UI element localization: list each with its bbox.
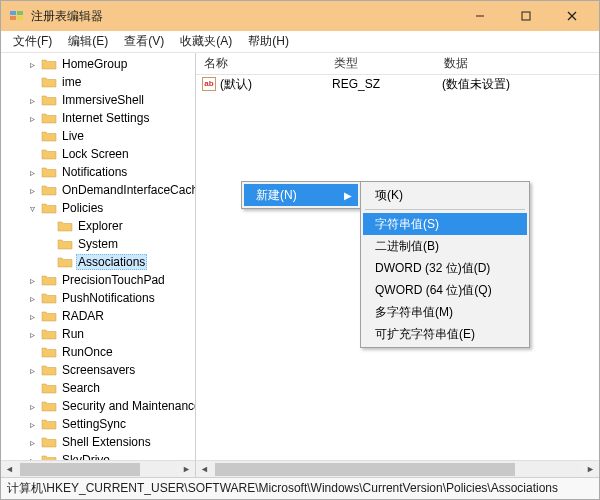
menu-view[interactable]: 查看(V) (116, 31, 172, 52)
menu-help[interactable]: 帮助(H) (240, 31, 297, 52)
folder-icon (41, 291, 57, 305)
menu-edit[interactable]: 编辑(E) (60, 31, 116, 52)
tree-node[interactable]: ▹Run (1, 325, 196, 343)
folder-icon (41, 417, 57, 431)
tree-view[interactable]: ▹HomeGroupime▹ImmersiveShell▹Internet Se… (1, 53, 196, 477)
expand-toggle-icon[interactable]: ▿ (25, 203, 39, 214)
folder-icon (41, 363, 57, 377)
tree-node[interactable]: ▹ImmersiveShell (1, 91, 196, 109)
tree-node-label: Live (60, 129, 86, 143)
tree-node[interactable]: ▹OnDemandInterfaceCache (1, 181, 196, 199)
window-title: 注册表编辑器 (31, 8, 457, 25)
context-new-multistring[interactable]: 多字符串值(M) (363, 301, 527, 323)
scroll-left-button[interactable]: ◄ (196, 461, 213, 478)
expand-toggle-icon[interactable]: ▹ (25, 59, 39, 70)
tree-node[interactable]: ▹Screensavers (1, 361, 196, 379)
list-row[interactable]: ab (默认) REG_SZ (数值未设置) (196, 75, 599, 93)
expand-toggle-icon[interactable]: ▹ (25, 167, 39, 178)
status-bar: 计算机\HKEY_CURRENT_USER\SOFTWARE\Microsoft… (1, 477, 599, 499)
tree-node-label: Run (60, 327, 86, 341)
tree-node-label: Screensavers (60, 363, 137, 377)
menu-bar: 文件(F) 编辑(E) 查看(V) 收藏夹(A) 帮助(H) (1, 31, 599, 53)
expand-toggle-icon[interactable]: ▹ (25, 419, 39, 430)
folder-icon (41, 201, 57, 215)
context-new[interactable]: 新建(N) ▶ (244, 184, 358, 206)
tree-node[interactable]: ▹Security and Maintenance (1, 397, 196, 415)
folder-icon (41, 57, 57, 71)
context-menu: 新建(N) ▶ (241, 181, 361, 209)
tree-node-label: Search (60, 381, 102, 395)
svg-rect-0 (10, 11, 16, 15)
context-new-dword[interactable]: DWORD (32 位)值(D) (363, 257, 527, 279)
column-name[interactable]: 名称 (196, 55, 326, 72)
expand-toggle-icon[interactable]: ▹ (25, 113, 39, 124)
tree-scrollbar[interactable] (18, 461, 178, 478)
folder-icon (57, 219, 73, 233)
expand-toggle-icon[interactable]: ▹ (25, 365, 39, 376)
scroll-right-button[interactable]: ► (582, 461, 599, 478)
folder-icon (41, 327, 57, 341)
context-new-qword[interactable]: QWORD (64 位)值(Q) (363, 279, 527, 301)
status-path: 计算机\HKEY_CURRENT_USER\SOFTWARE\Microsoft… (7, 480, 558, 497)
expand-toggle-icon[interactable]: ▹ (25, 95, 39, 106)
menu-favorites[interactable]: 收藏夹(A) (172, 31, 240, 52)
column-type[interactable]: 类型 (326, 55, 436, 72)
maximize-button[interactable] (503, 1, 549, 31)
expand-toggle-icon[interactable]: ▹ (25, 329, 39, 340)
minimize-button[interactable] (457, 1, 503, 31)
tree-node[interactable]: Associations (1, 253, 196, 271)
context-new-binary[interactable]: 二进制值(B) (363, 235, 527, 257)
expand-toggle-icon[interactable]: ▹ (25, 401, 39, 412)
tree-node-label: System (76, 237, 120, 251)
context-new-expandstring[interactable]: 可扩充字符串值(E) (363, 323, 527, 345)
tree-node[interactable]: ▹RADAR (1, 307, 196, 325)
tree-node-label: Explorer (76, 219, 125, 233)
folder-icon (57, 255, 73, 269)
folder-icon (41, 309, 57, 323)
expand-toggle-icon[interactable]: ▹ (25, 275, 39, 286)
expand-toggle-icon[interactable]: ▹ (25, 437, 39, 448)
expand-toggle-icon[interactable]: ▹ (25, 311, 39, 322)
tree-node-label: ime (60, 75, 83, 89)
svg-rect-2 (10, 16, 16, 20)
context-new-string[interactable]: 字符串值(S) (363, 213, 527, 235)
scroll-right-button[interactable]: ► (178, 461, 195, 478)
close-button[interactable] (549, 1, 595, 31)
column-data[interactable]: 数据 (436, 55, 477, 72)
tree-node[interactable]: ▹Internet Settings (1, 109, 196, 127)
tree-node[interactable]: ▹PrecisionTouchPad (1, 271, 196, 289)
tree-node[interactable]: ▹Notifications (1, 163, 196, 181)
scroll-left-button[interactable]: ◄ (1, 461, 18, 478)
tree-node[interactable]: Live (1, 127, 196, 145)
context-new-label: 新建(N) (256, 187, 297, 204)
folder-icon (41, 93, 57, 107)
folder-icon (41, 165, 57, 179)
tree-node[interactable]: ▿Policies (1, 199, 196, 217)
folder-icon (41, 273, 57, 287)
menu-file[interactable]: 文件(F) (5, 31, 60, 52)
tree-node[interactable]: RunOnce (1, 343, 196, 361)
tree-node[interactable]: Explorer (1, 217, 196, 235)
tree-node[interactable]: Lock Screen (1, 145, 196, 163)
tree-node[interactable]: System (1, 235, 196, 253)
folder-icon (41, 147, 57, 161)
main-area: ▹HomeGroupime▹ImmersiveShell▹Internet Se… (1, 53, 599, 477)
folder-icon (41, 75, 57, 89)
tree-node-label: Policies (60, 201, 105, 215)
expand-toggle-icon[interactable]: ▹ (25, 293, 39, 304)
tree-node-label: Associations (76, 254, 147, 270)
tree-node[interactable]: ▹SettingSync (1, 415, 196, 433)
expand-toggle-icon[interactable]: ▹ (25, 185, 39, 196)
folder-icon (41, 435, 57, 449)
context-new-key[interactable]: 项(K) (363, 184, 527, 206)
list-scrollbar[interactable] (213, 461, 582, 478)
value-data: (数值未设置) (436, 76, 516, 93)
tree-node[interactable]: ▹HomeGroup (1, 55, 196, 73)
tree-node[interactable]: ime (1, 73, 196, 91)
tree-node[interactable]: ▹PushNotifications (1, 289, 196, 307)
svg-rect-5 (522, 12, 530, 20)
context-submenu-new: 项(K) 字符串值(S) 二进制值(B) DWORD (32 位)值(D) QW… (360, 181, 530, 348)
tree-node-label: OnDemandInterfaceCache (60, 183, 196, 197)
tree-node[interactable]: Search (1, 379, 196, 397)
tree-node[interactable]: ▹Shell Extensions (1, 433, 196, 451)
